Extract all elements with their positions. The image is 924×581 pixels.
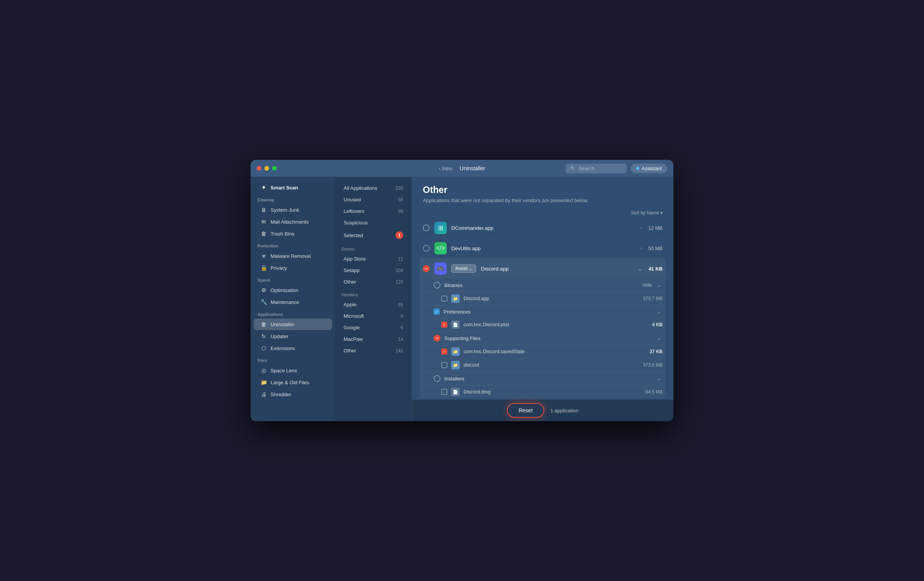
sub-item-size: 4 KB	[652, 322, 663, 327]
filter-label: Apple	[344, 302, 356, 307]
section-row-supporting-files[interactable]: − Supporting Files ⌄	[420, 332, 666, 345]
filter-microsoft[interactable]: Microsoft 9	[337, 310, 409, 322]
filter-unused[interactable]: Unused 55	[337, 194, 409, 205]
window-title: Uninstaller	[460, 165, 485, 171]
app-size-discord: 41 KB	[648, 266, 663, 272]
checkbox-saved-state[interactable]: ✓	[441, 349, 447, 355]
cleanup-section-label: Cleanup	[251, 194, 335, 204]
filter-count: 6	[401, 325, 403, 330]
search-bar[interactable]: 🔍	[565, 164, 627, 173]
sidebar-item-shredder[interactable]: 🖨 Shredder	[254, 388, 332, 400]
sidebar-item-label: Space Lens	[271, 368, 297, 374]
app-size-devutils: 50 MB	[648, 246, 663, 251]
sidebar-item-maintenance[interactable]: 🔧 Maintenance	[254, 296, 332, 308]
sidebar-item-privacy[interactable]: 🔒 Privacy	[254, 262, 332, 274]
sidebar-item-extensions[interactable]: ⬡ Extensions	[254, 342, 332, 354]
filter-label: Microsoft	[344, 313, 364, 319]
app-row-devutils[interactable]: </> DevUtils.app › 50 MB	[420, 238, 666, 259]
checkbox-preferences[interactable]: ✓	[434, 309, 440, 315]
discord-expanded-section: Binaries Hide ⌄ 📁 Discord.app 370,7 MB ✓	[420, 279, 666, 398]
select-radio-devutils[interactable]	[423, 245, 430, 252]
content-area: ✦ Smart Scan Cleanup 🖥 System Junk ✉ Mai…	[251, 177, 673, 421]
sidebar-item-label: Maintenance	[271, 299, 299, 305]
filter-app-store[interactable]: App Store 11	[337, 253, 409, 264]
sidebar-item-mail-attachments[interactable]: ✉ Mail Attachments	[254, 216, 332, 227]
sub-item-saved-state[interactable]: ✓ 📁 com.hnc.Discord.savedState 37 KB	[420, 345, 666, 359]
filter-count: 55	[398, 197, 403, 203]
file-icon: 📄	[451, 388, 460, 396]
filter-other-vendor[interactable]: Other 141	[337, 345, 409, 356]
section-label-preferences: Preferences	[444, 309, 653, 315]
sidebar-item-system-junk[interactable]: 🖥 System Junk	[254, 204, 332, 216]
chevron-right-icon: ›	[640, 246, 642, 251]
section-row-binaries[interactable]: Binaries Hide ⌄	[420, 279, 666, 292]
shredder-icon: 🖨	[261, 391, 267, 397]
sidebar-item-updater[interactable]: ↻ Updater	[254, 330, 332, 342]
chevron-right-icon: ›	[640, 225, 642, 231]
maximize-button[interactable]	[272, 166, 277, 171]
sidebar-item-label: System Junk	[271, 207, 299, 213]
sidebar-item-trash-bins[interactable]: 🗑 Trash Bins	[254, 228, 332, 239]
filter-label: All Applications	[344, 185, 377, 191]
filter-label: Suspicious	[344, 220, 368, 226]
optimization-icon: ⚙	[261, 287, 267, 293]
app-count-text: 1 application	[550, 408, 578, 413]
sub-item-size: 37 KB	[650, 349, 663, 354]
privacy-icon: 🔒	[261, 265, 267, 271]
reset-app-button-discord[interactable]: Reset ⌄	[451, 264, 476, 273]
checkbox-discord-app[interactable]	[441, 295, 447, 302]
filter-selected[interactable]: Selected 1	[337, 229, 409, 242]
sub-item-discord-folder[interactable]: 📁 discord 373,8 MB	[420, 359, 666, 372]
section-label-binaries: Binaries	[444, 282, 638, 288]
select-radio-discord[interactable]: −	[423, 265, 430, 272]
sidebar-item-uninstaller[interactable]: 🗑 Uninstaller	[254, 319, 332, 330]
sidebar-item-optimization[interactable]: ⚙ Optimization	[254, 284, 332, 296]
vendors-section-label: Vendors	[335, 288, 412, 299]
section-row-preferences[interactable]: ✓ Preferences ⌄	[420, 305, 666, 318]
filter-all-applications[interactable]: All Applications 235	[337, 183, 409, 194]
hide-button[interactable]: Hide	[642, 282, 652, 288]
checkbox-discord-dmg[interactable]	[441, 389, 447, 395]
select-radio-supporting[interactable]: −	[434, 335, 440, 342]
sub-item-name: discord	[464, 362, 639, 368]
reset-main-button[interactable]: Reset	[507, 403, 544, 418]
sub-item-discord-plist[interactable]: ✓ 📄 com.hnc.Discord.plist 4 KB	[420, 318, 666, 332]
checkbox-discord-folder[interactable]	[441, 362, 447, 368]
section-row-installers[interactable]: Installers ⌄	[420, 372, 666, 385]
titlebar: ‹ Intro Uninstaller 🔍 Assistant	[251, 160, 673, 177]
checkbox-discord-plist[interactable]: ✓	[441, 322, 447, 328]
select-radio-dcommander[interactable]	[423, 224, 430, 231]
sub-item-discord-dmg[interactable]: 📄 Discord.dmg 84,5 MB	[420, 385, 666, 398]
assistant-button[interactable]: Assistant	[631, 164, 667, 173]
filter-label: Leftovers	[344, 208, 364, 214]
filter-setapp[interactable]: Setapp 104	[337, 265, 409, 276]
close-button[interactable]	[257, 166, 261, 171]
maintenance-icon: 🔧	[261, 299, 267, 305]
filter-suspicious[interactable]: Suspicious	[337, 217, 409, 228]
space-lens-icon: ◎	[261, 367, 267, 374]
applications-section-label: Applications	[251, 308, 335, 318]
sort-button[interactable]: Sort by Name ▾	[631, 210, 663, 216]
sidebar-item-label: Optimization	[271, 287, 298, 293]
sidebar-item-space-lens[interactable]: ◎ Space Lens	[254, 365, 332, 376]
back-button[interactable]: ‹ Intro	[439, 166, 452, 171]
app-row-discord[interactable]: − 🎮 Reset ⌄ Discord.app ⌄ 41 KB	[420, 259, 666, 279]
sidebar-item-malware-removal[interactable]: ☣ Malware Removal	[254, 250, 332, 262]
filter-macpaw[interactable]: MacPaw 14	[337, 334, 409, 345]
filter-apple[interactable]: Apple 65	[337, 299, 409, 310]
filter-google[interactable]: Google 6	[337, 322, 409, 333]
filter-leftovers[interactable]: Leftovers 99	[337, 206, 409, 217]
select-radio-installers[interactable]	[434, 375, 440, 382]
app-row-dcommander[interactable]: ⊞ DCommander.app › 12 MB	[420, 218, 666, 238]
sub-item-discord-app[interactable]: 📁 Discord.app 370,7 MB	[420, 292, 666, 305]
app-icon-discord: 🎮	[434, 262, 447, 275]
sidebar-item-large-old-files[interactable]: 📁 Large & Old Files	[254, 377, 332, 388]
updater-icon: ↻	[261, 333, 267, 339]
minimize-button[interactable]	[264, 166, 269, 171]
search-input[interactable]	[578, 166, 622, 171]
filter-other-store[interactable]: Other 120	[337, 276, 409, 287]
bottom-bar: Reset 1 application	[412, 400, 673, 421]
sub-item-name: com.hnc.Discord.savedState	[464, 349, 646, 354]
select-radio-binaries[interactable]	[434, 282, 440, 289]
sidebar-item-smart-scan[interactable]: ✦ Smart Scan	[254, 182, 332, 193]
